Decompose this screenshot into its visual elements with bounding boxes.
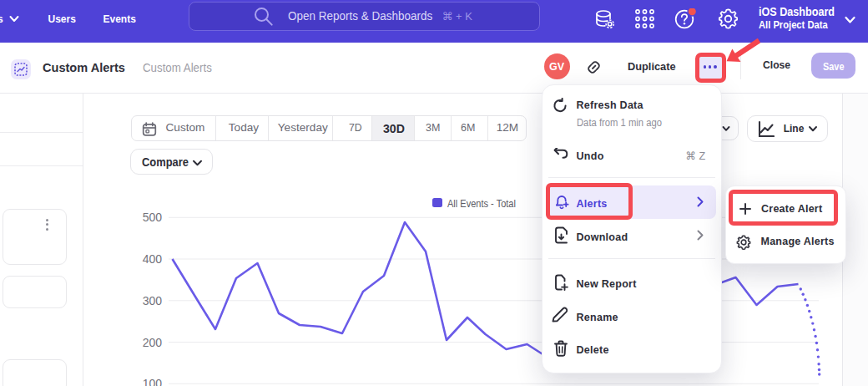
svg-text:300: 300 <box>143 294 163 307</box>
svg-text:400: 400 <box>143 252 163 266</box>
svg-text:200: 200 <box>143 336 163 349</box>
svg-text:500: 500 <box>143 211 163 224</box>
svg-text:100: 100 <box>143 377 163 386</box>
